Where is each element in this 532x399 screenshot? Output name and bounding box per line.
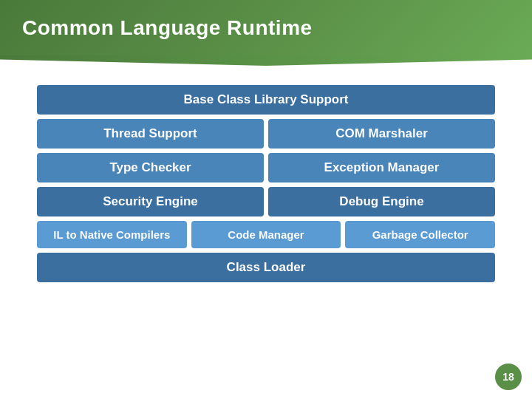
row-type-exception: Type Checker Exception Manager xyxy=(37,153,495,183)
row-thread-com: Thread Support COM Marshaler xyxy=(37,119,495,149)
cell-debug-engine: Debug Engine xyxy=(268,187,495,216)
row-il-code-gc: IL to Native Compilers Code Manager Garb… xyxy=(37,221,495,248)
cell-security-engine: Security Engine xyxy=(37,187,264,216)
cell-exception-manager: Exception Manager xyxy=(268,153,495,183)
cell-il-native: IL to Native Compilers xyxy=(37,221,187,248)
slide-header: Common Language Runtime xyxy=(0,0,532,55)
cell-base-class: Base Class Library Support xyxy=(37,85,495,115)
row-security-debug: Security Engine Debug Engine xyxy=(37,187,495,216)
slide: Common Language Runtime Base Class Libra… xyxy=(0,0,532,399)
cell-garbage-collector: Garbage Collector xyxy=(345,221,495,248)
header-wave-decoration xyxy=(0,55,532,66)
cell-code-manager: Code Manager xyxy=(191,221,341,248)
page-number-badge: 18 xyxy=(495,364,522,390)
slide-content: Base Class Library Support Thread Suppor… xyxy=(0,70,532,297)
row-class-loader: Class Loader xyxy=(37,253,495,282)
cell-class-loader: Class Loader xyxy=(37,253,495,282)
cell-thread-support: Thread Support xyxy=(37,119,264,149)
row-base-class: Base Class Library Support xyxy=(37,85,495,115)
cell-type-checker: Type Checker xyxy=(37,153,264,183)
slide-title: Common Language Runtime xyxy=(22,16,313,40)
cell-com-marshaler: COM Marshaler xyxy=(268,119,495,149)
